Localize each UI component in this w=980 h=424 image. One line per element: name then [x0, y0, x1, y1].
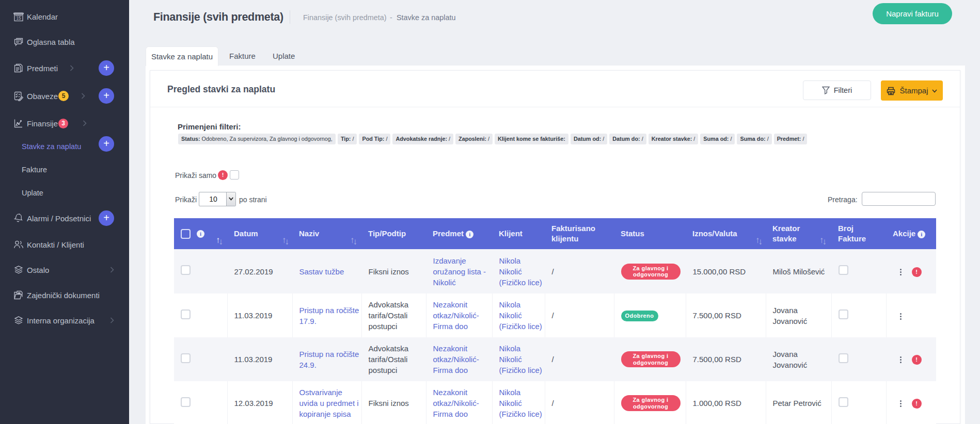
svg-text:15: 15 — [16, 16, 21, 21]
